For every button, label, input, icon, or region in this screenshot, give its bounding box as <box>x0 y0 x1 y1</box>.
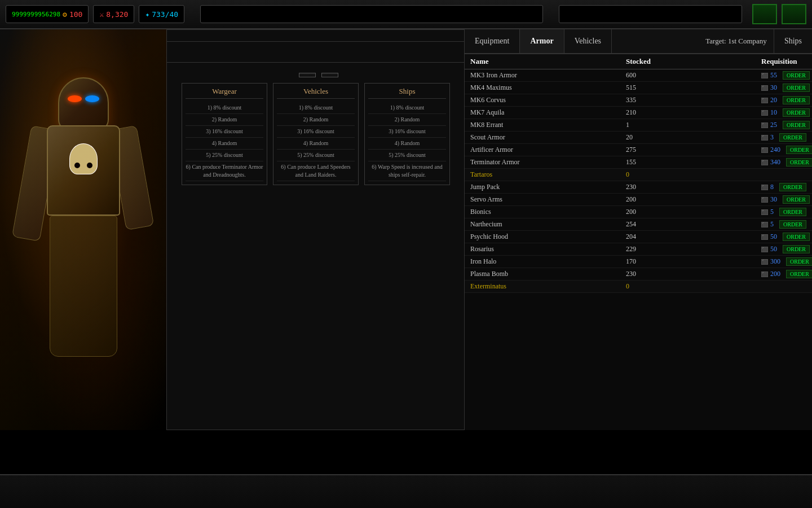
order-btn-11[interactable]: ORDER <box>779 208 806 216</box>
cell-stock-7: 155 <box>626 158 694 167</box>
req-icon-13: ⬛ <box>761 234 768 240</box>
cell-req-3: ⬛10ORDER <box>761 108 806 117</box>
help-button[interactable] <box>752 4 777 24</box>
cell-stock-1: 515 <box>626 84 694 92</box>
gift-button[interactable] <box>321 73 338 77</box>
req-num-2: 20 <box>770 96 777 104</box>
req-icon-5: ⬛ <box>761 135 768 141</box>
stat3-val: 733/40 <box>152 10 178 19</box>
table-row-12[interactable]: Narthecium254⬛5ORDER <box>465 218 812 231</box>
discount-item-1-0: 1) 8% discount <box>277 102 355 114</box>
table-row-0[interactable]: MK3 Iron Armor600⬛55ORDER <box>465 69 812 82</box>
cell-stock-0: 600 <box>626 71 694 80</box>
identify-button[interactable] <box>299 73 316 77</box>
req-icon-10: ⬛ <box>761 197 768 203</box>
order-btn-7[interactable]: ORDER <box>786 158 812 167</box>
tab-equipment[interactable]: Equipment <box>465 29 520 53</box>
table-row-3[interactable]: MK7 Aquila210⬛10ORDER <box>465 107 812 119</box>
tab-ships[interactable]: Ships <box>774 29 812 53</box>
discount-col-vehicles: Vehicles1) 8% discount2) Random3) 16% di… <box>273 83 359 185</box>
tab-target: Target: 1st Company <box>699 32 774 50</box>
table-row-17: Exterminatus0 <box>465 281 812 293</box>
glow-effect <box>0 29 166 430</box>
table-row-1[interactable]: MK4 Maximus515⬛30ORDER <box>465 82 812 94</box>
table-row-4[interactable]: MK8 Errant1⬛25ORDER <box>465 119 812 132</box>
header-name: Name <box>470 57 626 66</box>
order-btn-9[interactable]: ORDER <box>779 183 806 191</box>
table-row-10[interactable]: Servo Arms200⬛30ORDER <box>465 194 812 206</box>
cell-name-4: MK8 Errant <box>470 121 626 129</box>
table-row-14[interactable]: Rosarius229⬛50ORDER <box>465 243 812 256</box>
header-empty <box>694 57 761 66</box>
req-icon-2: ⬛ <box>761 98 768 103</box>
cell-req-15: ⬛300ORDER <box>761 257 806 266</box>
req-icon-3: ⬛ <box>761 110 768 116</box>
order-btn-12[interactable]: ORDER <box>779 220 806 229</box>
order-btn-10[interactable]: ORDER <box>783 195 810 204</box>
table-row-6[interactable]: Artificer Armor275⬛240ORDER <box>465 144 812 156</box>
discount-item-0-1: 2) Random <box>186 114 263 126</box>
order-btn-0[interactable]: ORDER <box>783 71 810 80</box>
cell-stock-13: 204 <box>626 233 694 241</box>
cell-req-13: ⬛50ORDER <box>761 233 806 241</box>
order-btn-13[interactable]: ORDER <box>783 233 810 241</box>
cell-name-9: Jump Pack <box>470 183 626 191</box>
header-stocked: Stocked <box>626 57 694 66</box>
order-btn-15[interactable]: ORDER <box>786 257 812 266</box>
table-row-9[interactable]: Jump Pack230⬛8ORDER <box>465 181 812 194</box>
cell-req-4: ⬛25ORDER <box>761 121 806 129</box>
req-icon-4: ⬛ <box>761 122 768 128</box>
cell-req-16: ⬛200ORDER <box>761 270 806 278</box>
table-row-15[interactable]: Iron Halo170⬛300ORDER <box>465 256 812 268</box>
cell-stock-3: 210 <box>626 108 694 117</box>
order-btn-3[interactable]: ORDER <box>783 108 810 117</box>
order-btn-1[interactable]: ORDER <box>783 84 810 92</box>
cell-req-5: ⬛3ORDER <box>761 133 806 142</box>
table-row-7[interactable]: Terminator Armor155⬛340ORDER <box>465 156 812 169</box>
req-icon-7: ⬛ <box>761 160 768 165</box>
cell-stock-6: 275 <box>626 146 694 154</box>
table-row-2[interactable]: MK6 Corvus335⬛20ORDER <box>465 94 812 107</box>
order-btn-2[interactable]: ORDER <box>783 96 810 104</box>
tab-armor[interactable]: Armor <box>520 29 564 53</box>
req-icon-0: ⬛ <box>761 73 768 78</box>
discount-title-2: Ships <box>368 87 446 99</box>
cell-name-12: Narthecium <box>470 220 626 229</box>
req-num-12: 5 <box>770 220 774 229</box>
stat3-icon: ✦ <box>145 10 149 19</box>
discount-col-wargear: Wargear1) 8% discount2) Random3) 16% dis… <box>182 83 267 185</box>
table-row-5[interactable]: Scout Armor20⬛3ORDER <box>465 132 812 144</box>
order-btn-14[interactable]: ORDER <box>783 245 810 253</box>
cell-name-17: Exterminatus <box>470 282 626 291</box>
tab-vehicles[interactable]: Vehicles <box>564 29 612 53</box>
arma-body <box>167 42 465 56</box>
topbar: 9999999956298 ⚙ 100 ⚔ 8,320 ✦ 733/40 <box>0 0 812 29</box>
right-tabs: Equipment Armor Vehicles Target: 1st Com… <box>465 29 812 54</box>
cell-req-7: ⬛340ORDER <box>761 158 806 167</box>
req-icon-6: ⬛ <box>761 147 768 153</box>
order-btn-5[interactable]: ORDER <box>779 133 806 142</box>
req-icon-16: ⬛ <box>761 271 768 277</box>
table-row-13[interactable]: Psychic Hood204⬛50ORDER <box>465 231 812 243</box>
cell-req-10: ⬛30ORDER <box>761 195 806 204</box>
cell-name-16: Plasma Bomb <box>470 270 626 278</box>
order-btn-4[interactable]: ORDER <box>783 121 810 129</box>
req-num-15: 300 <box>770 257 780 266</box>
cell-stock-10: 200 <box>626 195 694 204</box>
table-row-16[interactable]: Plasma Bomb230⬛200ORDER <box>465 268 812 281</box>
table-row-8: Tartaros0 <box>465 169 812 181</box>
cell-name-14: Rosarius <box>470 245 626 253</box>
discount-item-0-2: 3) 16% discount <box>186 126 263 138</box>
cell-stock-2: 335 <box>626 96 694 104</box>
discount-item-2-1: 2) Random <box>368 114 446 126</box>
table-row-11[interactable]: Bionics200⬛5ORDER <box>465 206 812 218</box>
discount-item-2-0: 1) 8% discount <box>368 102 446 114</box>
req-num-11: 5 <box>770 208 774 216</box>
cell-req-9: ⬛8ORDER <box>761 183 806 191</box>
order-btn-16[interactable]: ORDER <box>786 270 812 278</box>
cell-req-1: ⬛30ORDER <box>761 84 806 92</box>
loyalty-display <box>559 5 742 23</box>
menu-button[interactable] <box>782 4 806 24</box>
resource-icon: 9999999956298 <box>12 11 60 18</box>
order-btn-6[interactable]: ORDER <box>786 146 812 154</box>
